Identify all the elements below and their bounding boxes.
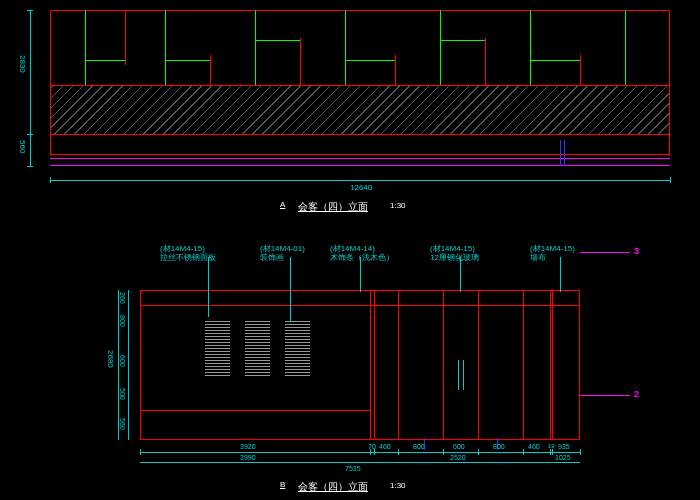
- upper-width-dim: 12640: [350, 183, 372, 192]
- lower-scale: 1:30: [390, 481, 406, 490]
- upper-side-dim-1: 2830: [18, 55, 27, 73]
- upper-title-tag: A: [280, 200, 285, 209]
- lower-side-main: 2680: [106, 350, 115, 368]
- leader-1-desc: 装饰画: [260, 252, 284, 263]
- lower-title-tag: B: [280, 480, 285, 489]
- upper-scale: 1:30: [390, 201, 406, 210]
- upper-side-dim-2: 560: [18, 140, 27, 153]
- leader-4-desc: 墙布: [530, 252, 546, 263]
- flag-2: 2: [634, 389, 639, 399]
- art-2: [245, 321, 270, 376]
- upper-title: 会客（四）立面: [298, 200, 368, 214]
- lower-title: 会客（四）立面: [298, 480, 368, 494]
- art-3: [285, 321, 310, 376]
- art-1: [205, 321, 230, 376]
- flag-3: 3: [634, 246, 639, 256]
- leader-0-desc: 拉丝不锈钢面板: [160, 252, 216, 263]
- cad-drawing: 2830 560 12640 A 会客（四）立面 1:30 2 3 (材14M4…: [0, 0, 700, 500]
- leader-2-desc: 木饰条（浅木色）: [330, 252, 394, 263]
- leader-3-desc: 12厘钢化玻璃: [430, 252, 479, 263]
- upper-hatch: [51, 86, 669, 134]
